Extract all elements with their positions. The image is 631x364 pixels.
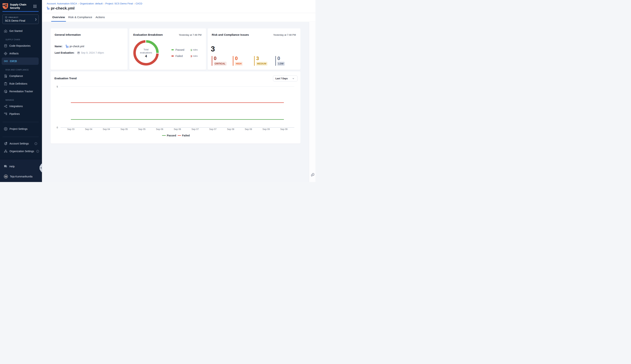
svg-text:Sep 09: Sep 09 [280, 128, 288, 130]
svg-text:?: ? [5, 165, 6, 167]
svg-text:Passed: Passed [167, 134, 176, 137]
svg-text:Failed: Failed [182, 134, 190, 137]
svg-text:Sep 06: Sep 06 [174, 128, 181, 130]
svg-text:Sep 04: Sep 04 [85, 128, 92, 130]
svg-text:Sep 08: Sep 08 [245, 128, 252, 130]
svg-text:Sep 03: Sep 03 [67, 128, 75, 130]
svg-text:Sep 08: Sep 08 [227, 128, 234, 130]
svg-text:Sep 06: Sep 06 [156, 128, 163, 130]
svg-text:5: 5 [57, 86, 58, 88]
svg-text:Sep 07: Sep 07 [209, 128, 217, 130]
svg-text:Sep 07: Sep 07 [191, 128, 199, 130]
svg-text:Sep 05: Sep 05 [120, 128, 128, 130]
svg-text:0: 0 [57, 126, 58, 129]
svg-text:Sep 05: Sep 05 [138, 128, 146, 130]
svg-text:Sep 04: Sep 04 [103, 128, 110, 130]
svg-text:Sep 09: Sep 09 [263, 128, 270, 130]
